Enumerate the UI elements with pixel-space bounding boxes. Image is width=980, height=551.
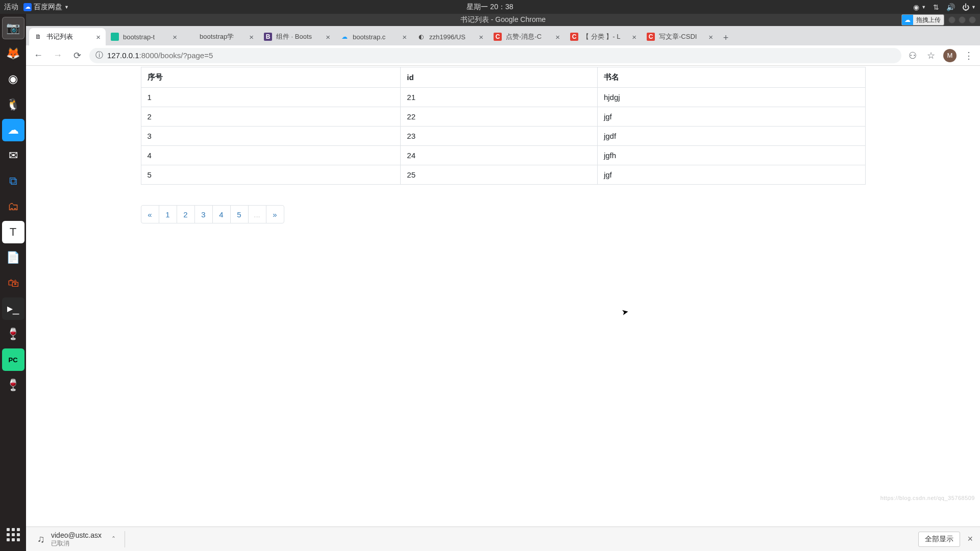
tab-title: zzh1996/US: [429, 33, 475, 41]
tab-title: bootstrap-t: [123, 33, 168, 41]
close-icon[interactable]: ×: [632, 33, 636, 41]
page-2[interactable]: 2: [177, 205, 195, 223]
download-shelf: ♫ video@ustc.asx 已取消 ˄ 全部显示 ×: [26, 527, 980, 551]
activities-button[interactable]: 活动: [4, 3, 18, 12]
table-header-row: 序号 id 书名: [141, 67, 865, 88]
browser-toolbar: ← → ⟳ ⓘ 127.0.0.1:8000/books/?page=5 ⚇ ☆…: [26, 45, 980, 66]
download-item[interactable]: ♫ video@ustc.asx 已取消 ˄: [33, 529, 119, 549]
launcher-text-icon[interactable]: T: [2, 221, 24, 243]
launcher-firefox-icon[interactable]: 🦊: [2, 42, 24, 65]
upload-widget[interactable]: ☁ 拖拽上传: [901, 14, 944, 26]
launcher-files-icon[interactable]: 🗂: [2, 195, 24, 218]
launcher-apps-button[interactable]: [2, 523, 24, 546]
window-maximize-button[interactable]: [959, 16, 966, 23]
close-icon[interactable]: ×: [249, 33, 254, 41]
cell-name: jgfh: [597, 146, 865, 165]
col-id: id: [401, 67, 598, 88]
tab-8[interactable]: C 写文章-CSDI ×: [642, 28, 718, 45]
network-icon[interactable]: ⇅: [933, 3, 939, 11]
launcher-software-icon[interactable]: 🛍: [2, 272, 24, 294]
table-row: 1 21 hjdgj: [141, 88, 865, 107]
page-prev[interactable]: «: [141, 205, 159, 223]
tab-0[interactable]: 🗎 书记列表 ×: [29, 28, 106, 45]
page-4[interactable]: 4: [212, 205, 231, 223]
cell-id: 24: [401, 146, 598, 165]
launcher-chrome-icon[interactable]: ◉: [2, 68, 24, 90]
close-icon[interactable]: ×: [555, 33, 560, 41]
panel-clock[interactable]: 星期一 20：38: [467, 3, 513, 12]
tab-7[interactable]: C 【 分类 】- L ×: [565, 28, 642, 45]
bootstrap-icon: B: [264, 33, 272, 41]
page-1[interactable]: 1: [159, 205, 177, 223]
chevron-up-icon[interactable]: ˄: [112, 535, 115, 543]
new-tab-button[interactable]: +: [718, 30, 733, 45]
cell-seq: 4: [141, 146, 401, 165]
cell-name: jgf: [597, 107, 865, 127]
tab-2[interactable]: bootstrap学 ×: [182, 28, 259, 45]
page-viewport: 序号 id 书名 1 21 hjdgj 2 22 jgf: [26, 66, 980, 527]
close-icon[interactable]: ×: [479, 33, 483, 41]
window-title: 书记列表 - Google Chrome: [460, 15, 546, 24]
separator: [125, 531, 125, 547]
launcher-baidudisk-icon[interactable]: ☁: [2, 119, 24, 141]
close-icon[interactable]: ×: [173, 33, 177, 41]
window-minimize-button[interactable]: [948, 16, 955, 23]
window-close-button[interactable]: [969, 16, 976, 23]
profile-avatar[interactable]: M: [943, 49, 957, 62]
close-icon[interactable]: ×: [708, 33, 713, 41]
tab-5[interactable]: ◐ zzh1996/US ×: [412, 28, 488, 45]
site-info-icon[interactable]: ⓘ: [95, 51, 103, 60]
reload-button[interactable]: ⟳: [70, 48, 84, 63]
cell-seq: 1: [141, 88, 401, 107]
tab-title: 点赞-消息-C: [506, 32, 551, 41]
close-icon[interactable]: ×: [96, 33, 101, 41]
launcher-wine-icon[interactable]: 🍷: [2, 323, 24, 345]
launcher-terminal-icon[interactable]: ▸_: [2, 297, 24, 320]
app-indicator-label: 百度网盘: [34, 3, 62, 12]
power-icon[interactable]: ⏻ ▼: [962, 3, 976, 11]
app-indicator[interactable]: ☁ 百度网盘 ▼: [23, 3, 69, 12]
forward-button[interactable]: →: [51, 48, 65, 63]
page-icon: 🗎: [34, 33, 42, 41]
tab-title: 组件 · Boots: [276, 32, 322, 41]
bookmark-icon[interactable]: ☆: [925, 49, 937, 62]
tab-title: 书记列表: [46, 32, 92, 41]
tab-4[interactable]: ☁ bootstrap.c ×: [335, 28, 412, 45]
tab-6[interactable]: C 点赞-消息-C ×: [488, 28, 565, 45]
launcher-screenshot-icon[interactable]: 📷: [2, 17, 24, 39]
launcher-writer-icon[interactable]: 📄: [2, 246, 24, 269]
address-bar[interactable]: ⓘ 127.0.0.1:8000/books/?page=5: [89, 48, 901, 63]
github-icon: ◐: [417, 33, 425, 41]
launcher-qq-icon[interactable]: 🐧: [2, 93, 24, 116]
page-3[interactable]: 3: [194, 205, 213, 223]
back-button[interactable]: ←: [31, 48, 45, 63]
close-icon[interactable]: ×: [402, 33, 407, 41]
baidu-disk-icon: ☁: [23, 3, 32, 11]
launcher-vscode-icon[interactable]: ⧉: [2, 170, 24, 192]
close-icon[interactable]: ×: [326, 33, 330, 41]
page-ellipsis: ...: [248, 205, 266, 223]
csdn-icon: C: [647, 33, 655, 41]
col-name: 书名: [597, 67, 865, 88]
page-5[interactable]: 5: [230, 205, 249, 223]
table-row: 5 25 jgf: [141, 165, 865, 185]
launcher-pycharm-icon[interactable]: PC: [2, 348, 24, 371]
menu-icon[interactable]: ⋮: [963, 49, 975, 62]
chevron-down-icon: ▼: [64, 5, 69, 10]
launcher-thunderbird-icon[interactable]: ✉: [2, 144, 24, 167]
upload-widget-label: 拖拽上传: [913, 16, 944, 24]
tab-3[interactable]: B 组件 · Boots ×: [259, 28, 335, 45]
col-seq: 序号: [141, 67, 401, 88]
cell-id: 21: [401, 88, 598, 107]
cell-name: jgf: [597, 165, 865, 185]
accessibility-icon[interactable]: ◉ ▼: [913, 3, 926, 11]
ubuntu-launcher: 📷 🦊 ◉ 🐧 ☁ ✉ ⧉ 🗂 T 📄 🛍 ▸_ 🍷 PC 🍷: [0, 14, 26, 551]
close-icon[interactable]: ×: [967, 534, 973, 544]
url-path: /books/?page=5: [158, 51, 213, 60]
show-all-downloads-button[interactable]: 全部显示: [918, 532, 960, 547]
translate-icon[interactable]: ⚇: [906, 49, 919, 62]
page-next[interactable]: »: [266, 205, 284, 223]
tab-1[interactable]: bootstrap-t ×: [106, 28, 182, 45]
launcher-wine2-icon[interactable]: 🍷: [2, 374, 24, 396]
volume-icon[interactable]: 🔊: [946, 3, 955, 11]
